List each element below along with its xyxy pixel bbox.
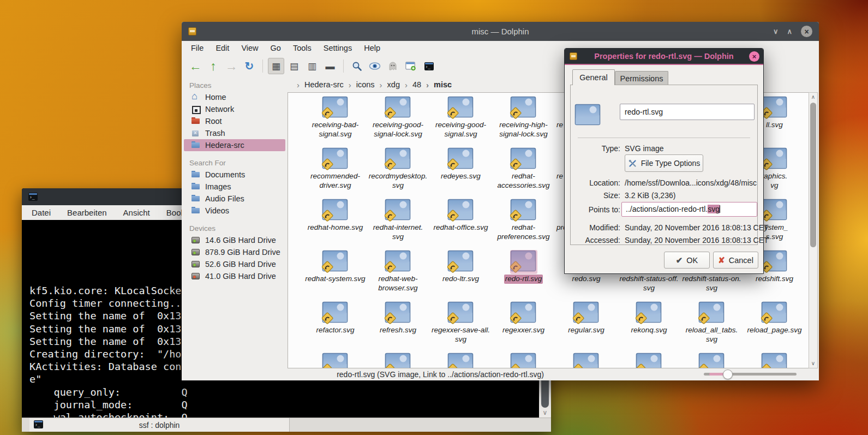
sidebar-item[interactable]: Root bbox=[184, 115, 285, 127]
file-label: refresh.svg bbox=[367, 326, 429, 335]
back-button[interactable] bbox=[187, 58, 203, 74]
file-item[interactable]: refactor.svg bbox=[304, 300, 367, 351]
file-item[interactable]: redhat-home.svg bbox=[304, 198, 367, 249]
maximize-button[interactable]: ∧ bbox=[787, 28, 792, 35]
details-view-button[interactable] bbox=[286, 58, 302, 74]
tab-permissions[interactable]: Permissions bbox=[615, 71, 668, 85]
scroll-up-icon[interactable]: ∧ bbox=[809, 94, 817, 100]
terminal-menu-item[interactable]: Bearbeiten bbox=[67, 208, 107, 217]
tree-view-button[interactable] bbox=[304, 58, 320, 74]
open-terminal-button[interactable] bbox=[421, 58, 437, 74]
file-item[interactable] bbox=[367, 351, 429, 368]
file-item[interactable]: receiving-good- signal-lock.svg bbox=[367, 95, 429, 146]
file-item[interactable]: redo-rtl.svg bbox=[492, 249, 555, 300]
file-item[interactable]: redhat-internet. svg bbox=[367, 198, 429, 249]
icons-view-button[interactable] bbox=[268, 58, 284, 74]
zoom-slider[interactable] bbox=[704, 373, 797, 376]
file-item[interactable]: redo-ltr.svg bbox=[429, 249, 492, 300]
file-item[interactable]: reload_all_tabs. svg bbox=[680, 300, 743, 351]
terminal-menu-item[interactable]: Datei bbox=[32, 208, 51, 217]
breadcrumb-item[interactable]: xdg bbox=[375, 80, 400, 90]
file-item[interactable]: recommended- driver.svg bbox=[304, 146, 367, 198]
menu-item[interactable]: Help bbox=[358, 44, 386, 52]
file-item[interactable] bbox=[743, 351, 806, 368]
breadcrumb-item[interactable]: misc bbox=[421, 80, 452, 90]
breadcrumb-item[interactable]: Hedera-src bbox=[292, 80, 344, 90]
up-button[interactable] bbox=[205, 58, 222, 74]
file-item[interactable]: regexxer-save-all. svg bbox=[429, 300, 492, 351]
file-item[interactable]: regular.svg bbox=[555, 300, 618, 351]
file-item[interactable]: redhat-web- browser.svg bbox=[367, 249, 429, 300]
file-item[interactable]: redhat-system.svg bbox=[304, 249, 367, 300]
file-item[interactable] bbox=[492, 351, 555, 368]
ok-button[interactable]: ✔ OK bbox=[664, 252, 710, 269]
zoom-slider-handle[interactable] bbox=[723, 370, 733, 379]
menu-item[interactable]: File bbox=[185, 44, 209, 52]
file-item[interactable] bbox=[429, 351, 492, 368]
file-item[interactable]: receiving-high- signal-lock.svg bbox=[492, 95, 555, 146]
menu-item[interactable]: Settings bbox=[318, 44, 358, 52]
terminal-scroll-down-icon[interactable]: ∨ bbox=[539, 409, 551, 416]
file-item[interactable] bbox=[680, 351, 743, 368]
device-label: 41.0 GiB Hard Drive bbox=[205, 272, 276, 281]
file-item[interactable]: redhat-office.svg bbox=[429, 198, 492, 249]
minimize-button[interactable]: ∨ bbox=[773, 28, 779, 35]
view-scrollbar-thumb[interactable] bbox=[810, 103, 816, 247]
sidebar-item[interactable]: Videos bbox=[184, 205, 285, 217]
reload-button[interactable] bbox=[241, 58, 258, 74]
file-item[interactable] bbox=[555, 351, 618, 368]
forward-button[interactable] bbox=[223, 58, 240, 74]
search-button[interactable] bbox=[349, 58, 365, 74]
device-item[interactable]: 52.6 GiB Hard Drive bbox=[184, 258, 285, 270]
sidebar-item[interactable]: Audio Files bbox=[184, 193, 285, 205]
points-to-field[interactable]: ../actions/action-redo-rtl.svg bbox=[621, 202, 757, 217]
file-item[interactable]: receiving-bad- signal.svg bbox=[304, 95, 367, 146]
dolphin-titlebar[interactable]: misc — Dolphin ∨ ∧ × bbox=[182, 22, 819, 41]
view-scrollbar[interactable]: ∧ ∨ bbox=[809, 92, 818, 368]
file-item[interactable]: redhat- accessories.svg bbox=[492, 146, 555, 198]
dialog-title: Properties for redo-rtl.svg — Dolphin bbox=[565, 52, 763, 61]
cancel-button[interactable]: ✘ Cancel bbox=[713, 252, 758, 269]
dialog-close-button[interactable]: × bbox=[749, 51, 759, 62]
tab-general[interactable]: General bbox=[572, 69, 615, 85]
file-item[interactable]: recordmydesktop. svg bbox=[367, 146, 429, 198]
scroll-down-icon[interactable]: ∨ bbox=[809, 360, 817, 367]
sidebar-item[interactable]: Trash bbox=[184, 127, 285, 139]
split-view-button[interactable] bbox=[403, 58, 419, 74]
file-item[interactable]: redeyes.svg bbox=[429, 146, 492, 198]
dialog-titlebar[interactable]: Properties for redo-rtl.svg — Dolphin × bbox=[565, 49, 763, 65]
filename-field[interactable]: redo-rtl.svg bbox=[620, 104, 755, 120]
file-item[interactable]: rekonq.svg bbox=[618, 300, 680, 351]
menu-item[interactable]: Tools bbox=[287, 44, 318, 52]
file-thumbnail-icon bbox=[698, 301, 726, 325]
terminal-tab[interactable]: ssf : dolphin bbox=[29, 418, 290, 432]
sidebar-item[interactable]: Documents bbox=[184, 169, 285, 181]
device-item[interactable]: 41.0 GiB Hard Drive bbox=[184, 270, 285, 282]
menu-item[interactable]: View bbox=[235, 44, 264, 52]
device-item[interactable]: 14.6 GiB Hard Drive bbox=[184, 234, 285, 246]
breadcrumb-item[interactable]: icons bbox=[344, 80, 375, 90]
sidebar-item[interactable]: Home bbox=[184, 91, 285, 103]
file-type-options-button[interactable]: File Type Options bbox=[625, 154, 703, 172]
sidebar-item[interactable]: Hedera-src bbox=[184, 139, 285, 151]
terminal-menu-item[interactable]: Ansicht bbox=[123, 208, 150, 217]
file-item[interactable]: refresh.svg bbox=[367, 300, 429, 351]
file-item[interactable]: redhat- preferences.svg bbox=[492, 198, 555, 249]
file-item[interactable]: receiving-good- signal.svg bbox=[429, 95, 492, 146]
ghost-tool-button[interactable] bbox=[385, 58, 401, 74]
compact-view-button[interactable] bbox=[322, 58, 338, 74]
file-item[interactable] bbox=[304, 351, 367, 368]
file-item[interactable]: reload_page.svg bbox=[743, 300, 806, 351]
file-label: receiving-good- signal.svg bbox=[429, 121, 492, 139]
close-button[interactable]: × bbox=[801, 26, 812, 37]
breadcrumb-item[interactable]: 48 bbox=[400, 80, 421, 90]
sidebar-item[interactable]: Images bbox=[184, 181, 285, 193]
file-item[interactable] bbox=[618, 351, 680, 368]
place-icon bbox=[191, 207, 201, 215]
file-item[interactable]: regexxer.svg bbox=[492, 300, 555, 351]
sidebar-item[interactable]: Network bbox=[184, 103, 285, 115]
menu-item[interactable]: Go bbox=[265, 44, 287, 52]
preview-button[interactable] bbox=[367, 58, 383, 74]
menu-item[interactable]: Edit bbox=[209, 44, 235, 52]
device-item[interactable]: 878.9 GiB Hard Drive bbox=[184, 246, 285, 258]
